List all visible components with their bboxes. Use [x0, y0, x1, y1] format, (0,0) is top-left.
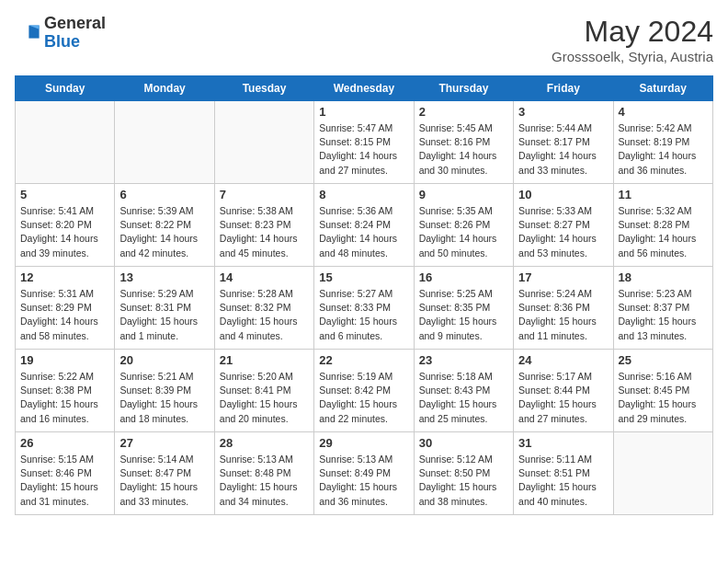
- table-row: 17Sunrise: 5:24 AMSunset: 8:36 PMDayligh…: [514, 267, 613, 350]
- logo: General Blue: [15, 15, 106, 52]
- table-row: [115, 101, 214, 184]
- day-number: 12: [20, 270, 109, 284]
- day-info: Sunrise: 5:16 AMSunset: 8:45 PMDaylight:…: [619, 370, 708, 426]
- day-number: 14: [220, 270, 309, 284]
- col-thursday: Thursday: [414, 76, 513, 101]
- day-number: 20: [119, 353, 209, 367]
- day-info: Sunrise: 5:44 AMSunset: 8:17 PMDaylight:…: [518, 121, 608, 178]
- day-info: Sunrise: 5:13 AMSunset: 8:48 PMDaylight:…: [220, 453, 309, 509]
- day-info: Sunrise: 5:41 AMSunset: 8:20 PMDaylight:…: [20, 204, 109, 260]
- table-row: 10Sunrise: 5:33 AMSunset: 8:27 PMDayligh…: [514, 184, 613, 267]
- week-row-4: 19Sunrise: 5:22 AMSunset: 8:38 PMDayligh…: [16, 350, 713, 432]
- day-info: Sunrise: 5:27 AMSunset: 8:33 PMDaylight:…: [319, 287, 408, 343]
- day-number: 2: [419, 105, 508, 119]
- table-row: 3Sunrise: 5:44 AMSunset: 8:17 PMDaylight…: [514, 101, 613, 184]
- calendar-table: Sunday Monday Tuesday Wednesday Thursday…: [15, 75, 713, 515]
- col-monday: Monday: [115, 76, 214, 101]
- day-info: Sunrise: 5:42 AMSunset: 8:19 PMDaylight:…: [619, 121, 708, 178]
- day-number: 31: [518, 436, 608, 450]
- day-number: 29: [319, 436, 408, 450]
- table-row: 4Sunrise: 5:42 AMSunset: 8:19 PMDaylight…: [613, 101, 712, 184]
- day-info: Sunrise: 5:38 AMSunset: 8:23 PMDaylight:…: [220, 204, 309, 260]
- generalblue-logo-icon: [15, 20, 40, 46]
- day-info: Sunrise: 5:20 AMSunset: 8:41 PMDaylight:…: [220, 370, 309, 426]
- day-info: Sunrise: 5:19 AMSunset: 8:42 PMDaylight:…: [319, 370, 408, 426]
- table-row: 26Sunrise: 5:15 AMSunset: 8:46 PMDayligh…: [16, 432, 115, 515]
- day-number: 17: [518, 270, 608, 284]
- day-number: 6: [119, 188, 209, 201]
- day-info: Sunrise: 5:35 AMSunset: 8:26 PMDaylight:…: [419, 204, 508, 260]
- table-row: 6Sunrise: 5:39 AMSunset: 8:22 PMDaylight…: [115, 184, 214, 267]
- col-friday: Friday: [514, 76, 613, 101]
- day-info: Sunrise: 5:24 AMSunset: 8:36 PMDaylight:…: [518, 287, 608, 343]
- day-number: 28: [220, 436, 309, 450]
- day-info: Sunrise: 5:12 AMSunset: 8:50 PMDaylight:…: [419, 453, 508, 509]
- day-info: Sunrise: 5:33 AMSunset: 8:27 PMDaylight:…: [518, 204, 608, 260]
- day-number: 4: [619, 105, 708, 119]
- day-number: 9: [419, 188, 508, 201]
- table-row: [16, 101, 115, 184]
- day-info: Sunrise: 5:13 AMSunset: 8:49 PMDaylight:…: [319, 453, 408, 509]
- title-block: May 2024 Grosssoelk, Styria, Austria: [552, 15, 713, 64]
- week-row-1: 1Sunrise: 5:47 AMSunset: 8:15 PMDaylight…: [16, 101, 713, 184]
- table-row: 14Sunrise: 5:28 AMSunset: 8:32 PMDayligh…: [214, 267, 313, 350]
- day-number: 24: [518, 353, 608, 367]
- day-number: 10: [518, 188, 608, 201]
- table-row: 29Sunrise: 5:13 AMSunset: 8:49 PMDayligh…: [314, 432, 414, 515]
- day-info: Sunrise: 5:14 AMSunset: 8:47 PMDaylight:…: [119, 453, 209, 509]
- table-row: 2Sunrise: 5:45 AMSunset: 8:16 PMDaylight…: [414, 101, 513, 184]
- day-number: 22: [319, 353, 408, 367]
- day-info: Sunrise: 5:18 AMSunset: 8:43 PMDaylight:…: [419, 370, 508, 426]
- week-row-2: 5Sunrise: 5:41 AMSunset: 8:20 PMDaylight…: [16, 184, 713, 267]
- day-info: Sunrise: 5:31 AMSunset: 8:29 PMDaylight:…: [20, 287, 109, 343]
- table-row: 5Sunrise: 5:41 AMSunset: 8:20 PMDaylight…: [16, 184, 115, 267]
- day-info: Sunrise: 5:23 AMSunset: 8:37 PMDaylight:…: [619, 287, 708, 343]
- table-row: 8Sunrise: 5:36 AMSunset: 8:24 PMDaylight…: [314, 184, 414, 267]
- day-info: Sunrise: 5:29 AMSunset: 8:31 PMDaylight:…: [119, 287, 209, 343]
- day-info: Sunrise: 5:22 AMSunset: 8:38 PMDaylight:…: [20, 370, 109, 426]
- page-header: General Blue May 2024 Grosssoelk, Styria…: [15, 15, 713, 64]
- day-number: 3: [518, 105, 608, 119]
- col-wednesday: Wednesday: [314, 76, 414, 101]
- day-number: 13: [119, 270, 209, 284]
- day-number: 1: [319, 105, 408, 119]
- day-info: Sunrise: 5:11 AMSunset: 8:51 PMDaylight:…: [518, 453, 608, 509]
- table-row: [214, 101, 313, 184]
- col-saturday: Saturday: [613, 76, 712, 101]
- table-row: 18Sunrise: 5:23 AMSunset: 8:37 PMDayligh…: [613, 267, 712, 350]
- table-row: 30Sunrise: 5:12 AMSunset: 8:50 PMDayligh…: [414, 432, 513, 515]
- day-number: 21: [220, 353, 309, 367]
- day-info: Sunrise: 5:39 AMSunset: 8:22 PMDaylight:…: [119, 204, 209, 260]
- table-row: [613, 432, 712, 515]
- table-row: 1Sunrise: 5:47 AMSunset: 8:15 PMDaylight…: [314, 101, 414, 184]
- day-number: 30: [419, 436, 508, 450]
- calendar-header-row: Sunday Monday Tuesday Wednesday Thursday…: [16, 76, 713, 101]
- day-info: Sunrise: 5:47 AMSunset: 8:15 PMDaylight:…: [319, 121, 408, 178]
- table-row: 13Sunrise: 5:29 AMSunset: 8:31 PMDayligh…: [115, 267, 214, 350]
- table-row: 22Sunrise: 5:19 AMSunset: 8:42 PMDayligh…: [314, 350, 414, 432]
- table-row: 16Sunrise: 5:25 AMSunset: 8:35 PMDayligh…: [414, 267, 513, 350]
- day-number: 18: [619, 270, 708, 284]
- day-number: 11: [619, 188, 708, 201]
- week-row-5: 26Sunrise: 5:15 AMSunset: 8:46 PMDayligh…: [16, 432, 713, 515]
- col-tuesday: Tuesday: [214, 76, 313, 101]
- day-info: Sunrise: 5:45 AMSunset: 8:16 PMDaylight:…: [419, 121, 508, 178]
- day-info: Sunrise: 5:28 AMSunset: 8:32 PMDaylight:…: [220, 287, 309, 343]
- day-info: Sunrise: 5:32 AMSunset: 8:28 PMDaylight:…: [619, 204, 708, 260]
- day-number: 19: [20, 353, 109, 367]
- table-row: 15Sunrise: 5:27 AMSunset: 8:33 PMDayligh…: [314, 267, 414, 350]
- table-row: 9Sunrise: 5:35 AMSunset: 8:26 PMDaylight…: [414, 184, 513, 267]
- week-row-3: 12Sunrise: 5:31 AMSunset: 8:29 PMDayligh…: [16, 267, 713, 350]
- day-number: 8: [319, 188, 408, 201]
- day-info: Sunrise: 5:21 AMSunset: 8:39 PMDaylight:…: [119, 370, 209, 426]
- day-number: 25: [619, 353, 708, 367]
- table-row: 24Sunrise: 5:17 AMSunset: 8:44 PMDayligh…: [514, 350, 613, 432]
- location-subtitle: Grosssoelk, Styria, Austria: [552, 49, 713, 64]
- day-info: Sunrise: 5:15 AMSunset: 8:46 PMDaylight:…: [20, 453, 109, 509]
- day-number: 15: [319, 270, 408, 284]
- table-row: 28Sunrise: 5:13 AMSunset: 8:48 PMDayligh…: [214, 432, 313, 515]
- day-number: 23: [419, 353, 508, 367]
- table-row: 19Sunrise: 5:22 AMSunset: 8:38 PMDayligh…: [16, 350, 115, 432]
- table-row: 12Sunrise: 5:31 AMSunset: 8:29 PMDayligh…: [16, 267, 115, 350]
- col-sunday: Sunday: [16, 76, 115, 101]
